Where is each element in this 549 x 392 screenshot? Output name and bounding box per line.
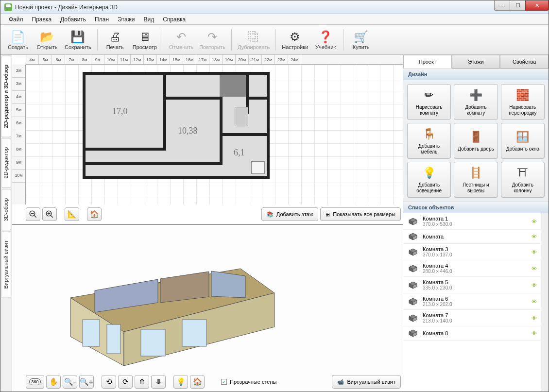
tilt-up-button[interactable]: ⤊	[135, 375, 149, 389]
view-3d-area[interactable]: 360 ✋ 🔍- 🔍+ ⟲ ⟳ ⤊ ⤋ 💡 🏠 ✓ Прозрачные сте…	[12, 225, 403, 392]
btn-draw-room[interactable]: ✏Нарисовать комнату	[407, 84, 451, 120]
visibility-icon[interactable]: 👁	[532, 219, 537, 224]
menu-floors[interactable]: Этажи	[113, 15, 139, 24]
home-3d-button[interactable]: 🏠	[190, 375, 205, 389]
toolbar-separator	[163, 29, 163, 51]
wall-icon: 🧱	[515, 88, 530, 102]
object-dims: 370.0 x 530.0	[423, 222, 532, 227]
tool-buy[interactable]: 🛒Купить	[346, 26, 376, 53]
zoom-in-button[interactable]	[42, 207, 57, 221]
tool-create[interactable]: 📄Создать	[3, 26, 33, 53]
btn-add-door[interactable]: 🚪Добавить дверь	[454, 123, 498, 159]
plan-2d-area[interactable]: 4м5м6м7м8м9м10м11м12м13м14м15м16м17м18м1…	[12, 55, 403, 225]
visibility-icon[interactable]: 👁	[532, 299, 537, 305]
design-header: Дизайн	[403, 68, 549, 80]
tilt-down-button[interactable]: ⤋	[151, 375, 166, 389]
object-row[interactable]: Комната 5335.0 x 230.0👁	[403, 277, 541, 293]
tool-redo[interactable]: ↷Повторить	[196, 26, 228, 53]
menu-help[interactable]: Справка	[158, 15, 190, 24]
object-row[interactable]: Комната 3370.0 x 137.0👁	[403, 244, 541, 260]
menu-file[interactable]: Файл	[4, 15, 28, 24]
btn-add-room[interactable]: ➕Добавить комнату	[454, 84, 498, 120]
visibility-icon[interactable]: 👁	[532, 234, 537, 239]
btn-add-light[interactable]: 💡Добавить освещение	[407, 162, 451, 198]
main-toolbar: 📄Создать 📂Открыть 💾Сохранить 🖨Печать 🖥Пр…	[0, 25, 549, 55]
measure-button[interactable]: 📐	[65, 207, 79, 221]
object-row[interactable]: Комната 7213.0 x 140.0👁	[403, 310, 541, 326]
btn-add-window[interactable]: 🪟Добавить окно	[501, 123, 545, 159]
object-row[interactable]: Комната 4280.0 x 446.0👁	[403, 260, 541, 277]
rotate-cw-button[interactable]: ⟳	[118, 375, 133, 389]
monitor-icon: 🖥	[137, 30, 153, 44]
minimize-button[interactable]: —	[494, 0, 510, 11]
tool-duplicate[interactable]: ⿻Дублировать	[235, 26, 273, 53]
tab-properties[interactable]: Свойства	[500, 55, 549, 68]
tab-project[interactable]: Проект	[403, 55, 452, 68]
vtab-virtual[interactable]: Виртуальный визит	[1, 231, 11, 298]
object-row[interactable]: Комната👁	[403, 230, 541, 244]
transparent-walls-checkbox[interactable]: ✓ Прозрачные стены	[216, 375, 281, 389]
scrollbar[interactable]	[541, 213, 549, 392]
zoom-out-button[interactable]	[26, 207, 40, 221]
menu-view[interactable]: Вид	[139, 15, 158, 24]
toolbar-separator	[343, 29, 343, 51]
visibility-icon[interactable]: 👁	[532, 249, 537, 255]
object-list[interactable]: Комната 1370.0 x 530.0👁Комната👁Комната 3…	[403, 213, 541, 392]
object-name: Комната 3	[423, 246, 532, 252]
object-dims: 370.0 x 137.0	[423, 252, 532, 257]
object-row[interactable]: Комната 1370.0 x 530.0👁	[403, 213, 541, 230]
tool-undo[interactable]: ↶Отменить	[166, 26, 196, 53]
svg-marker-16	[211, 271, 245, 298]
close-button[interactable]: ✕	[525, 0, 549, 11]
show-dims-button[interactable]: ⊞Показывать все размеры	[320, 207, 401, 221]
btn-add-column[interactable]: ⛩Добавить колонну	[501, 162, 545, 198]
add-floor-button[interactable]: 📚Добавить этаж	[261, 207, 318, 221]
rotate-ccw-button[interactable]: ⟲	[102, 375, 116, 389]
wall	[163, 75, 166, 148]
objects-header: Список объектов	[403, 202, 549, 213]
btn-add-furniture[interactable]: 🪑Добавить мебель	[407, 123, 451, 159]
menu-add[interactable]: Добавить	[56, 15, 90, 24]
btn-draw-partition[interactable]: 🧱Нарисовать перегородку	[501, 84, 545, 120]
cube-icon	[407, 314, 419, 323]
cube-icon	[407, 297, 419, 306]
tool-open[interactable]: 📂Открыть	[33, 26, 62, 53]
visibility-icon[interactable]: 👁	[532, 266, 537, 272]
tool-settings[interactable]: ⚙Настройки	[279, 26, 311, 53]
vtab-3d[interactable]: 3D-обзор	[1, 189, 11, 230]
folder-open-icon: 📂	[39, 30, 55, 44]
tool-save[interactable]: 💾Сохранить	[62, 26, 94, 53]
maximize-button[interactable]: ☐	[510, 0, 525, 11]
view-360-button[interactable]: 360	[26, 375, 44, 389]
zoom-in-3d-button[interactable]: 🔍+	[79, 375, 94, 389]
floor-plan[interactable]: 17,0 10,38 6,1	[83, 72, 270, 179]
home-button[interactable]: 🏠	[87, 207, 102, 221]
btn-stairs[interactable]: 🪜Лестницы и вырезы	[454, 162, 498, 198]
visibility-icon[interactable]: 👁	[532, 330, 537, 336]
tool-tutorial[interactable]: ❓Учебник	[311, 26, 340, 53]
toolbar-separator	[97, 29, 98, 51]
object-dims: 280.0 x 446.0	[423, 269, 532, 274]
virtual-visit-button[interactable]: 📹Виртуальный визит	[332, 375, 401, 389]
bulb-icon: 💡	[422, 166, 436, 180]
pan-button[interactable]: ✋	[46, 375, 61, 389]
svg-rect-10	[83, 320, 100, 346]
visibility-icon[interactable]: 👁	[532, 315, 537, 321]
cart-icon: 🛒	[353, 30, 369, 44]
visibility-icon[interactable]: 👁	[532, 282, 537, 288]
object-row[interactable]: Комната 8👁	[403, 326, 541, 341]
menu-plan[interactable]: План	[90, 15, 113, 24]
light-toggle-button[interactable]: 💡	[173, 375, 188, 389]
content: 2D-редактор и 3D-обзор 2D-редактор 3D-об…	[0, 55, 549, 392]
zoom-out-3d-button[interactable]: 🔍-	[63, 375, 77, 389]
left-tabs: 2D-редактор и 3D-обзор 2D-редактор 3D-об…	[0, 55, 12, 392]
camera-icon: 📹	[337, 379, 344, 385]
vtab-2d[interactable]: 2D-редактор	[1, 138, 11, 187]
tool-preview[interactable]: 🖥Просмотр	[130, 26, 160, 53]
toolbar-separator	[231, 29, 232, 51]
menu-edit[interactable]: Правка	[28, 15, 56, 24]
vtab-2d-3d[interactable]: 2D-редактор и 3D-обзор	[1, 55, 11, 137]
tool-print[interactable]: 🖨Печать	[101, 26, 130, 53]
object-row[interactable]: Комната 6213.0 x 202.0👁	[403, 293, 541, 310]
tab-floors[interactable]: Этажи	[452, 55, 500, 68]
